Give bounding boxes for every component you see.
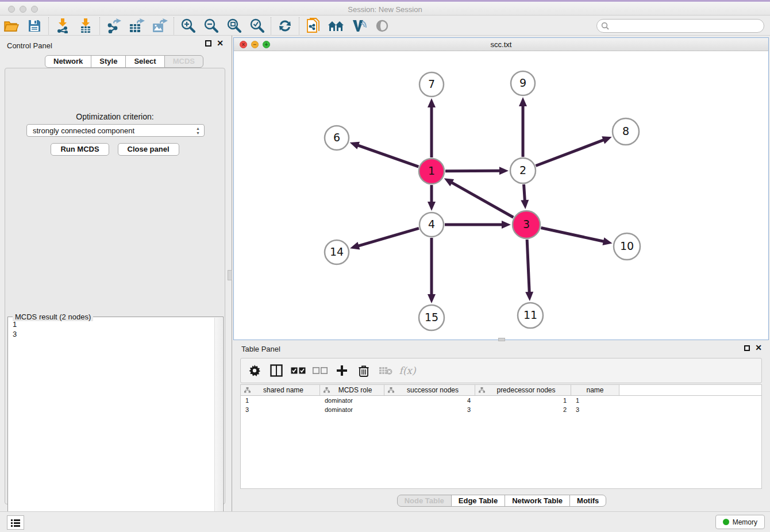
graph-node-8[interactable]: 8 xyxy=(613,118,639,145)
delete-columns-button[interactable] xyxy=(355,361,373,380)
memory-button[interactable]: Memory xyxy=(715,515,765,529)
column-header-successor-nodes[interactable]: successor nodes xyxy=(384,385,475,395)
delete-table-button[interactable] xyxy=(376,361,395,380)
svg-text:8: 8 xyxy=(622,125,629,137)
zoom-selected-button[interactable] xyxy=(245,17,268,35)
graph-node-1[interactable]: 1 xyxy=(419,159,444,184)
graph-node-6[interactable]: 6 xyxy=(325,126,349,150)
function-builder-button[interactable]: f(x) xyxy=(398,361,417,380)
export-network-button[interactable] xyxy=(102,17,125,35)
save-session-button[interactable] xyxy=(23,17,46,35)
column-label: shared name xyxy=(253,386,319,394)
table-row[interactable]: 1dominator411 xyxy=(241,396,761,405)
edge-3-11[interactable] xyxy=(527,240,529,293)
add-column-button[interactable] xyxy=(333,361,351,380)
optimization-criterion-select[interactable]: strongly connected component ▲▼ xyxy=(26,124,205,137)
cell-successor-nodes[interactable]: 3 xyxy=(384,406,475,413)
edge-arrow-4-3 xyxy=(502,221,511,229)
houses-icon xyxy=(328,20,345,32)
tab-network[interactable]: Network xyxy=(45,55,91,68)
tab-style[interactable]: Style xyxy=(91,55,126,68)
vertical-splitter-handle[interactable] xyxy=(228,270,232,280)
table-options-button[interactable] xyxy=(245,361,264,380)
edge-3-10[interactable] xyxy=(541,228,605,242)
tab-select[interactable]: Select xyxy=(125,55,164,68)
graph-node-7[interactable]: 7 xyxy=(419,72,444,97)
vizmapper-button[interactable] xyxy=(348,17,371,35)
graph-node-11[interactable]: 11 xyxy=(518,303,543,328)
cell-successor-nodes[interactable]: 4 xyxy=(384,397,475,404)
cell-MCDS-role[interactable]: dominator xyxy=(320,397,384,404)
edge-2-3[interactable] xyxy=(524,184,525,201)
graph-node-3[interactable]: 3 xyxy=(513,211,540,238)
gear-icon xyxy=(249,365,260,376)
table-row[interactable]: 3dominator323 xyxy=(241,405,761,414)
edge-arrow-3-11 xyxy=(525,292,533,301)
edge-4-14[interactable] xyxy=(357,228,418,246)
cell-name[interactable]: 3 xyxy=(571,406,619,413)
tab-network-table[interactable]: Network Table xyxy=(505,495,570,507)
run-mcds-button[interactable]: Run MCDS xyxy=(51,143,109,156)
graph-node-2[interactable]: 2 xyxy=(510,158,536,183)
network-window-titlebar[interactable]: × − + scc.txt xyxy=(234,38,768,51)
svg-text:14: 14 xyxy=(330,245,344,258)
edge-3-1[interactable] xyxy=(451,182,513,217)
column-header-shared-name[interactable]: shared name xyxy=(241,385,320,395)
open-session-button[interactable] xyxy=(0,17,23,35)
graph-node-9[interactable]: 9 xyxy=(511,71,535,95)
cell-MCDS-role[interactable]: dominator xyxy=(320,406,384,413)
graph-node-10[interactable]: 10 xyxy=(614,233,640,260)
cell-shared-name[interactable]: 3 xyxy=(241,406,320,413)
export-image-icon xyxy=(152,18,168,33)
zoom-in-button[interactable] xyxy=(176,17,199,35)
cell-shared-name[interactable]: 1 xyxy=(241,397,320,404)
cell-predecessor-nodes[interactable]: 2 xyxy=(475,406,571,413)
refresh-button[interactable] xyxy=(274,17,297,35)
open-network-file-button[interactable] xyxy=(302,17,325,35)
show-task-history-button[interactable] xyxy=(7,515,24,530)
home-browser-button[interactable] xyxy=(325,17,348,35)
tab-edge-table[interactable]: Edge Table xyxy=(451,495,505,507)
edge-arrow-1-4 xyxy=(428,202,436,211)
float-panel-icon[interactable] xyxy=(205,40,211,47)
cell-name[interactable]: 1 xyxy=(571,397,619,404)
close-panel-icon[interactable]: ✕ xyxy=(217,40,224,47)
save-disk-icon xyxy=(28,20,41,32)
mcds-result-box: MCDS result (2 nodes) 1 3 xyxy=(7,317,224,532)
edge-1-6[interactable] xyxy=(357,145,419,167)
zoom-fit-button[interactable] xyxy=(222,17,245,35)
select-all-columns-button[interactable] xyxy=(289,361,307,380)
export-image-button[interactable] xyxy=(148,17,171,35)
export-table-button[interactable] xyxy=(125,17,148,35)
unselect-all-columns-button[interactable] xyxy=(311,361,329,380)
graph-node-4[interactable]: 4 xyxy=(419,213,444,237)
graph-node-14[interactable]: 14 xyxy=(325,240,349,264)
import-network-button[interactable] xyxy=(51,17,74,35)
column-header-MCDS-role[interactable]: MCDS role xyxy=(320,385,384,395)
export-table-icon xyxy=(129,18,145,33)
graph-node-15[interactable]: 15 xyxy=(419,305,444,330)
search-input[interactable] xyxy=(596,19,764,33)
network-canvas[interactable]: 7968124314101511 xyxy=(234,51,768,340)
column-header-predecessor-nodes[interactable]: predecessor nodes xyxy=(475,385,571,395)
zoom-out-button[interactable] xyxy=(199,17,222,35)
close-table-panel-icon[interactable]: ✕ xyxy=(755,345,762,351)
edge-1-2[interactable] xyxy=(445,171,500,171)
column-type-icon xyxy=(244,387,251,393)
float-table-panel-icon[interactable] xyxy=(744,345,750,351)
mcds-result-text[interactable]: 1 3 xyxy=(9,319,214,532)
close-panel-button[interactable]: Close panel xyxy=(118,143,179,156)
horizontal-splitter-handle[interactable] xyxy=(498,338,505,341)
show-graphics-details-button[interactable] xyxy=(371,17,394,35)
edge-2-8[interactable] xyxy=(536,140,604,165)
cell-predecessor-nodes[interactable]: 1 xyxy=(475,397,571,404)
column-header-name[interactable]: name xyxy=(571,385,619,395)
tab-mcds[interactable]: MCDS xyxy=(164,55,203,68)
node-table[interactable]: shared nameMCDS rolesuccessor nodesprede… xyxy=(240,384,762,489)
toggle-panes-button[interactable] xyxy=(267,361,286,380)
import-table-button[interactable] xyxy=(74,17,97,35)
tab-motifs[interactable]: Motifs xyxy=(569,495,606,507)
tab-node-table[interactable]: Node Table xyxy=(397,495,452,507)
edge-arrow-3-10 xyxy=(602,237,612,245)
mcds-result-scrollbar[interactable] xyxy=(214,318,222,532)
